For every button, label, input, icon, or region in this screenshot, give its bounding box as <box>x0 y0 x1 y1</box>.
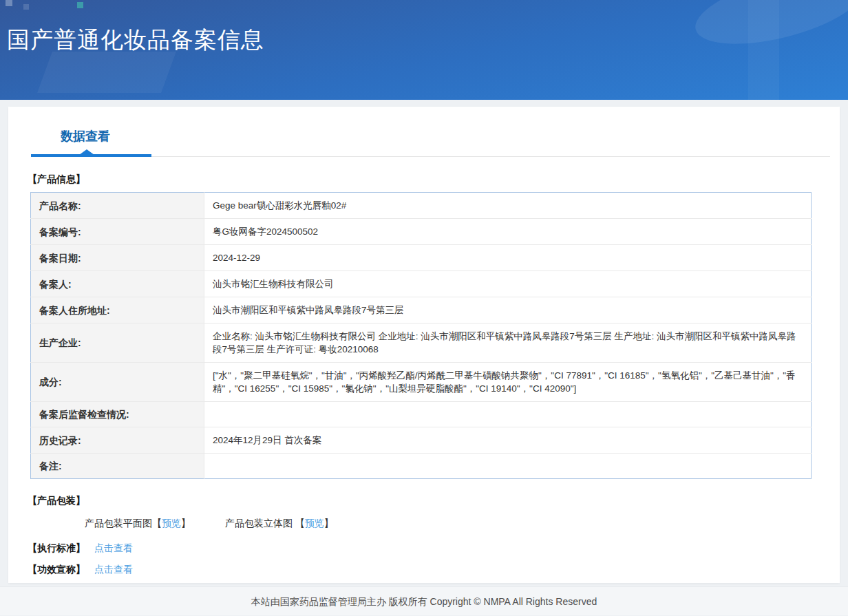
package-flat-preview-link[interactable]: 预览 <box>162 518 181 529</box>
table-row: 备注: <box>31 454 812 479</box>
section-title-product-info: 【产品信息】 <box>28 173 840 186</box>
page-footer: 本站由国家药品监督管理局主办 版权所有 Copyright © NMPA All… <box>0 586 848 615</box>
efficacy-row: 【功效宣称】 点击查看 <box>28 564 840 576</box>
bracket-close: 】 <box>181 518 191 529</box>
footer-copyright-text: 本站由国家药品监督管理局主办 版权所有 Copyright © NMPA All… <box>251 596 597 607</box>
header-decoration-shape <box>688 0 848 58</box>
package-stereo-item: 产品包装立体图 【预览】 <box>225 518 334 530</box>
bracket-close: 】 <box>324 518 334 529</box>
row-label: 备案人: <box>31 271 204 297</box>
standard-row: 【执行标准】 点击查看 <box>28 542 840 555</box>
row-value: 汕头市潮阳区和平镇紫中路凤皋路段7号第三层 <box>204 297 812 323</box>
tab-data-view[interactable]: 数据查看 <box>61 128 110 145</box>
section-title-product-package: 【产品包装】 <box>28 495 840 507</box>
tab-caret-icon <box>79 149 94 155</box>
table-row: 备案编号: 粤G妆网备字2024500502 <box>31 219 812 245</box>
table-row: 备案后监督检查情况: <box>31 402 812 427</box>
page-header: 国产普通化妆品备案信息 <box>0 0 848 100</box>
section-title-efficacy: 【功效宣称】 <box>28 564 85 575</box>
row-value: 2024年12月29日 首次备案 <box>204 427 812 454</box>
product-info-table-body: 产品名称: Gege bear锁心甜彩水光唇釉02# 备案编号: 粤G妆网备字2… <box>31 193 812 479</box>
row-value: 汕头市铭汇生物科技有限公司 <box>204 271 812 297</box>
header-decoration-shape <box>748 0 779 100</box>
standard-view-link[interactable]: 点击查看 <box>94 542 133 553</box>
row-label: 备案后监督检查情况: <box>31 402 204 427</box>
section-title-standard: 【执行标准】 <box>28 542 85 553</box>
header-decoration-square <box>6 0 12 6</box>
row-value <box>204 402 812 427</box>
row-label: 备注: <box>31 454 204 479</box>
row-value: ["水"，"聚二甲基硅氧烷"，"甘油"，"丙烯酸羟乙酯/丙烯酰二甲基牛磺酸钠共聚… <box>204 363 812 402</box>
header-decoration-square <box>77 2 83 8</box>
row-label: 生产企业: <box>31 323 204 363</box>
row-label: 备案日期: <box>31 245 204 271</box>
page-title: 国产普通化妆品备案信息 <box>7 25 264 56</box>
table-row: 备案日期: 2024-12-29 <box>31 245 812 271</box>
table-row: 产品名称: Gege bear锁心甜彩水光唇釉02# <box>31 193 812 219</box>
package-stereo-label: 产品包装立体图 <box>225 518 295 529</box>
package-flat-item: 产品包装平面图【预览】 <box>85 518 191 530</box>
row-value <box>204 454 812 479</box>
row-label: 产品名称: <box>31 193 204 219</box>
package-preview-row: 产品包装平面图【预览】 产品包装立体图 【预览】 <box>85 518 840 530</box>
row-label: 备案编号: <box>31 219 204 245</box>
row-label: 备案人住所地址: <box>31 297 204 323</box>
content-card: 数据查看 【产品信息】 产品名称: Gege bear锁心甜彩水光唇釉02# 备… <box>8 107 840 583</box>
efficacy-view-link[interactable]: 点击查看 <box>94 564 133 575</box>
row-value: Gege bear锁心甜彩水光唇釉02# <box>204 193 812 219</box>
row-value: 粤G妆网备字2024500502 <box>204 219 812 245</box>
tab-divider <box>31 156 830 157</box>
table-row: 备案人: 汕头市铭汇生物科技有限公司 <box>31 271 812 297</box>
package-flat-label: 产品包装平面图 <box>85 518 152 529</box>
table-row: 历史记录: 2024年12月29日 首次备案 <box>31 427 812 454</box>
header-decoration-square <box>23 4 29 10</box>
bracket-open: 【 <box>152 518 162 529</box>
row-label: 成分: <box>31 363 204 402</box>
row-label: 历史记录: <box>31 427 204 454</box>
tab-bar: 数据查看 <box>8 107 840 157</box>
table-row: 生产企业: 企业名称: 汕头市铭汇生物科技有限公司 企业地址: 汕头市潮阳区和平… <box>31 323 812 363</box>
bracket-open: 【 <box>295 518 305 529</box>
row-value: 企业名称: 汕头市铭汇生物科技有限公司 企业地址: 汕头市潮阳区和平镇紫中路凤皋… <box>204 323 812 363</box>
product-info-table: 产品名称: Gege bear锁心甜彩水光唇釉02# 备案编号: 粤G妆网备字2… <box>30 192 812 479</box>
table-row: 成分: ["水"，"聚二甲基硅氧烷"，"甘油"，"丙烯酸羟乙酯/丙烯酰二甲基牛磺… <box>31 363 812 402</box>
package-stereo-preview-link[interactable]: 预览 <box>305 518 324 529</box>
header-decoration-shape <box>37 52 176 93</box>
table-row: 备案人住所地址: 汕头市潮阳区和平镇紫中路凤皋路段7号第三层 <box>31 297 812 323</box>
row-value: 2024-12-29 <box>204 245 812 271</box>
